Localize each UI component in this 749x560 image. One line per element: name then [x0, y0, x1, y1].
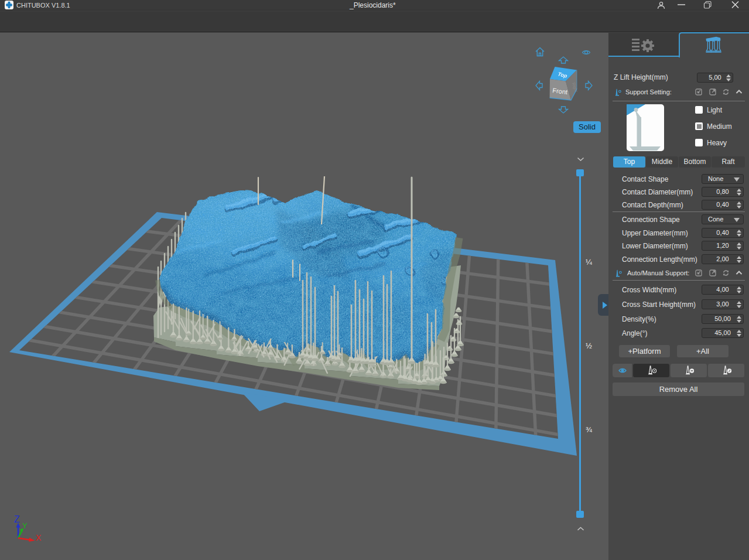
svg-text:Z: Z: [14, 514, 20, 524]
svg-text:Y: Y: [22, 521, 28, 530]
svg-text:X: X: [36, 533, 42, 542]
